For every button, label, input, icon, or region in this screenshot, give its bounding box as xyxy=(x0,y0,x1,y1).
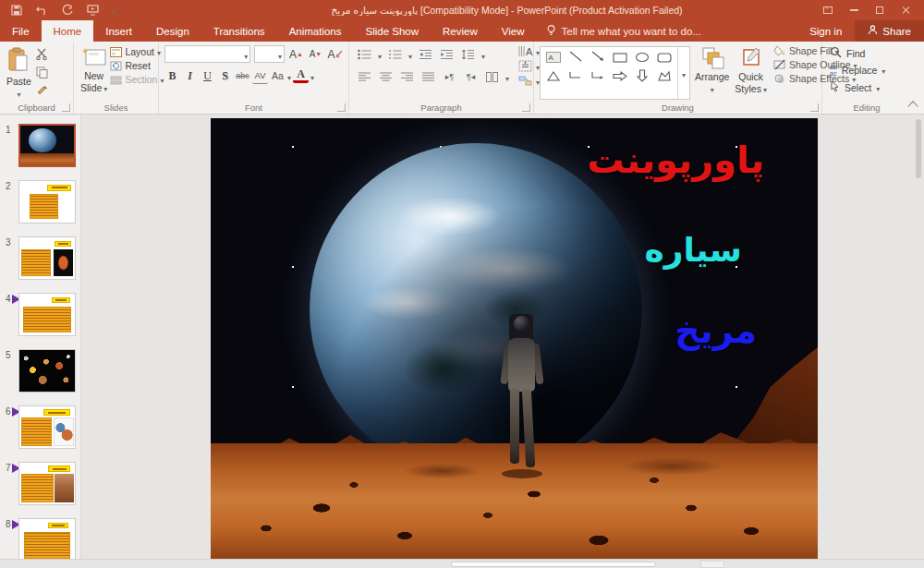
new-slide-button[interactable]: New Slide xyxy=(78,44,110,103)
minimize-icon[interactable] xyxy=(841,0,867,20)
slide-title-line-2[interactable]: سیاره xyxy=(644,231,742,269)
copy-icon[interactable] xyxy=(34,65,50,80)
slide-title-line-1[interactable]: پاورپوینت xyxy=(587,139,764,181)
columns-caret-icon[interactable] xyxy=(505,68,509,85)
tab-slideshow[interactable]: Slide Show xyxy=(354,20,432,42)
align-right-icon[interactable] xyxy=(399,69,415,85)
ribbon-display-options-icon[interactable] xyxy=(815,0,841,20)
font-dialog-launcher-icon[interactable] xyxy=(337,103,346,112)
vertical-scrollbar-thumb[interactable] xyxy=(916,119,921,178)
underline-button[interactable]: U xyxy=(200,68,215,84)
select-button[interactable]: Select xyxy=(830,80,904,94)
slide-title-line-3[interactable]: مریخ xyxy=(675,310,757,351)
start-slideshow-icon[interactable] xyxy=(87,5,99,16)
slide-thumbnail-7[interactable]: 7 xyxy=(0,462,80,505)
sign-in-button[interactable]: Sign in xyxy=(796,20,855,42)
horizontal-scrollbar-thumb[interactable] xyxy=(451,562,656,567)
shape-arrow-icon[interactable] xyxy=(590,50,605,66)
shape-oval-icon[interactable] xyxy=(635,50,650,66)
numbering-icon[interactable] xyxy=(387,47,403,63)
quick-styles-button[interactable]: Quick Styles xyxy=(732,43,770,103)
tab-file[interactable]: File xyxy=(0,20,42,42)
shape-freeform-icon[interactable] xyxy=(657,69,672,86)
tab-insert[interactable]: Insert xyxy=(93,20,144,42)
slide-thumbnail-8[interactable]: 8 xyxy=(0,518,80,559)
shape-rectangle-icon[interactable] xyxy=(613,50,627,66)
shape-right-arrow-icon[interactable] xyxy=(613,69,627,86)
change-case-button[interactable]: Aa xyxy=(270,68,286,84)
slide-thumbnail-1[interactable]: 1 xyxy=(0,124,80,167)
current-slide[interactable]: پاورپوینت سیاره مریخ xyxy=(211,118,818,559)
shape-triangle-icon[interactable] xyxy=(546,69,561,86)
tab-animations[interactable]: Animations xyxy=(277,20,354,42)
align-center-icon[interactable] xyxy=(378,69,394,85)
slide-thumbnail-2[interactable]: 2 xyxy=(0,180,80,224)
character-spacing-button[interactable]: AV xyxy=(252,68,268,84)
line-spacing-icon[interactable] xyxy=(460,47,476,63)
strikethrough-button[interactable]: abc xyxy=(235,68,250,84)
slide-thumbnail-4[interactable]: 4 xyxy=(0,293,80,336)
bold-button[interactable]: B xyxy=(164,68,180,84)
redo-icon[interactable] xyxy=(62,5,73,16)
clipboard-dialog-launcher-icon[interactable] xyxy=(62,103,70,112)
slide-thumbnail-3[interactable]: 3 xyxy=(0,236,80,280)
paste-caret-icon[interactable] xyxy=(17,88,20,99)
font-color-button[interactable]: A xyxy=(293,68,309,83)
format-painter-icon[interactable] xyxy=(34,83,50,99)
shape-down-arrow-icon[interactable] xyxy=(636,69,649,86)
share-button[interactable]: Share xyxy=(855,20,924,42)
increase-font-size-icon[interactable]: A▲ xyxy=(288,46,304,62)
tab-home[interactable]: Home xyxy=(42,20,94,42)
shape-rounded-rectangle-icon[interactable] xyxy=(657,50,672,66)
tab-view[interactable]: View xyxy=(490,20,537,42)
justify-icon[interactable] xyxy=(420,69,436,85)
increase-indent-icon[interactable] xyxy=(439,47,455,63)
bullets-caret-icon[interactable] xyxy=(378,46,382,63)
font-size-select[interactable] xyxy=(254,45,285,63)
shape-elbow-arrow-connector-icon[interactable] xyxy=(590,69,605,86)
decrease-indent-icon[interactable] xyxy=(418,47,433,63)
slide-thumbnail-5[interactable]: 5 xyxy=(0,349,80,393)
arrange-button[interactable]: Arrange xyxy=(692,43,732,103)
close-icon[interactable] xyxy=(893,0,918,20)
shape-elbow-connector-icon[interactable] xyxy=(568,69,583,86)
shapes-gallery-more-icon[interactable] xyxy=(677,47,689,99)
left-to-right-direction-icon[interactable]: ▸¶ xyxy=(442,69,457,85)
section-button[interactable]: Section xyxy=(110,74,164,85)
restore-icon[interactable] xyxy=(867,0,893,20)
italic-button[interactable]: I xyxy=(182,68,198,84)
cut-icon[interactable] xyxy=(34,46,50,62)
numbering-caret-icon[interactable] xyxy=(408,46,412,63)
slide-thumbnail-6[interactable]: 6 xyxy=(0,405,80,449)
right-to-left-direction-icon[interactable]: ¶◂ xyxy=(463,69,479,85)
font-color-caret-icon[interactable] xyxy=(310,67,314,84)
tab-review[interactable]: Review xyxy=(431,20,490,42)
find-button[interactable]: Find xyxy=(830,46,904,60)
select-caret-icon[interactable] xyxy=(876,82,880,93)
line-spacing-caret-icon[interactable] xyxy=(481,46,485,63)
bullets-icon[interactable] xyxy=(357,47,372,63)
tell-me-box[interactable]: Tell me what you want to do... xyxy=(546,20,702,42)
tab-design[interactable]: Design xyxy=(144,20,201,42)
vertical-scrollbar[interactable] xyxy=(915,119,922,551)
text-shadow-button[interactable]: S xyxy=(217,68,233,84)
replace-button[interactable]: abac Replace xyxy=(830,64,904,77)
replace-caret-icon[interactable] xyxy=(881,65,885,76)
decrease-font-size-icon[interactable]: A▼ xyxy=(308,46,323,62)
clear-formatting-icon[interactable]: A xyxy=(327,46,343,62)
paragraph-dialog-launcher-icon[interactable] xyxy=(522,103,530,112)
customize-qat-icon[interactable] xyxy=(113,2,116,18)
shape-line-icon[interactable] xyxy=(568,50,583,66)
columns-icon[interactable] xyxy=(484,69,500,85)
align-left-icon[interactable] xyxy=(357,69,372,85)
reset-button[interactable]: Reset xyxy=(110,60,164,71)
font-name-select[interactable] xyxy=(164,45,250,63)
save-icon[interactable] xyxy=(11,5,22,16)
shape-textbox-icon[interactable]: A xyxy=(546,50,561,66)
tab-transitions[interactable]: Transitions xyxy=(201,20,277,42)
undo-icon[interactable] xyxy=(36,5,48,16)
drawing-dialog-launcher-icon[interactable] xyxy=(810,103,819,112)
quick-styles-label-1: Quick xyxy=(738,71,763,82)
paste-button[interactable]: Paste xyxy=(4,44,34,103)
layout-button[interactable]: Layout xyxy=(110,46,164,57)
